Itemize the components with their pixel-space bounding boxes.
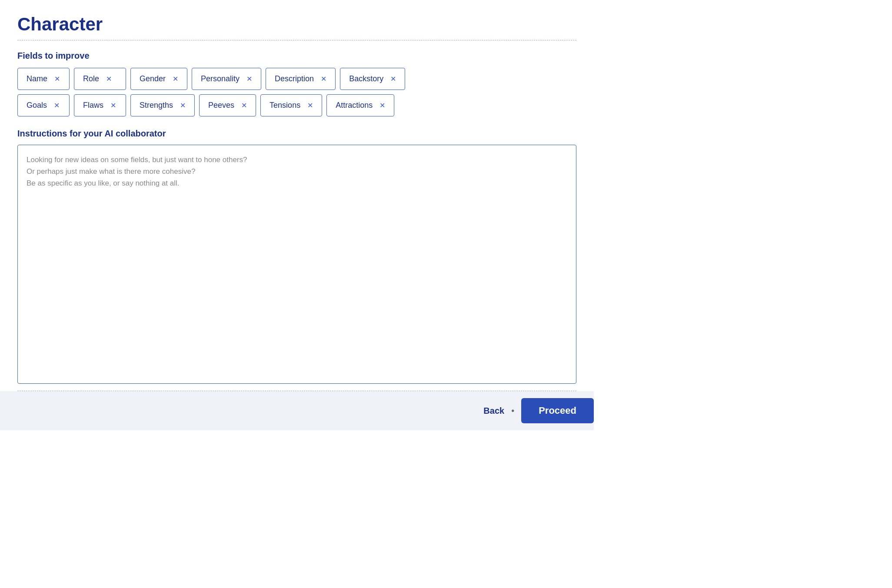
field-chip-backstory[interactable]: Backstory✕	[340, 68, 405, 90]
field-chip-label-tensions: Tensions	[270, 101, 300, 110]
field-chip-label-personality: Personality	[201, 74, 240, 83]
footer: Back • Proceed	[0, 391, 594, 430]
bottom-divider	[17, 391, 576, 391]
field-chip-remove-description[interactable]: ✕	[321, 76, 326, 83]
field-chip-goals[interactable]: Goals✕	[17, 94, 70, 116]
field-chip-attractions[interactable]: Attractions✕	[326, 94, 394, 116]
fields-grid: Name✕Role✕Gender✕Personality✕Description…	[17, 68, 576, 116]
field-chip-remove-attractions[interactable]: ✕	[379, 102, 385, 109]
fields-section-label: Fields to improve	[17, 51, 576, 61]
field-chip-name[interactable]: Name✕	[17, 68, 70, 90]
field-chip-personality[interactable]: Personality✕	[192, 68, 261, 90]
field-chip-gender[interactable]: Gender✕	[130, 68, 187, 90]
field-chip-label-backstory: Backstory	[349, 74, 383, 83]
separator: •	[511, 406, 514, 416]
back-button[interactable]: Back	[483, 406, 504, 416]
field-chip-label-goals: Goals	[27, 101, 47, 110]
field-chip-label-description: Description	[275, 74, 314, 83]
field-chip-label-peeves: Peeves	[208, 101, 234, 110]
field-chip-tensions[interactable]: Tensions✕	[260, 94, 322, 116]
field-chip-remove-goals[interactable]: ✕	[54, 102, 60, 109]
field-chip-label-name: Name	[27, 74, 47, 83]
field-chip-label-flaws: Flaws	[83, 101, 103, 110]
field-chip-remove-backstory[interactable]: ✕	[390, 76, 396, 83]
instructions-label: Instructions for your AI collaborator	[17, 129, 576, 139]
top-divider	[17, 40, 576, 40]
field-chip-remove-peeves[interactable]: ✕	[241, 102, 247, 109]
field-chip-remove-gender[interactable]: ✕	[173, 76, 178, 83]
fields-row-2: Goals✕Flaws✕Strengths✕Peeves✕Tensions✕At…	[17, 94, 576, 116]
instructions-textarea[interactable]	[17, 145, 576, 384]
fields-row-1: Name✕Role✕Gender✕Personality✕Description…	[17, 68, 576, 90]
field-chip-remove-strengths[interactable]: ✕	[180, 102, 186, 109]
field-chip-label-strengths: Strengths	[140, 101, 173, 110]
field-chip-label-role: Role	[83, 74, 99, 83]
field-chip-peeves[interactable]: Peeves✕	[199, 94, 256, 116]
field-chip-label-attractions: Attractions	[336, 101, 373, 110]
field-chip-remove-role[interactable]: ✕	[106, 76, 112, 83]
field-chip-remove-name[interactable]: ✕	[54, 76, 60, 83]
field-chip-strengths[interactable]: Strengths✕	[130, 94, 195, 116]
field-chip-remove-flaws[interactable]: ✕	[110, 102, 116, 109]
field-chip-role[interactable]: Role✕	[74, 68, 126, 90]
field-chip-flaws[interactable]: Flaws✕	[74, 94, 126, 116]
instructions-wrapper	[17, 145, 576, 384]
page-title: Character	[17, 14, 576, 35]
field-chip-remove-tensions[interactable]: ✕	[307, 102, 313, 109]
field-chip-label-gender: Gender	[140, 74, 166, 83]
field-chip-description[interactable]: Description✕	[266, 68, 336, 90]
field-chip-remove-personality[interactable]: ✕	[246, 76, 252, 83]
proceed-button[interactable]: Proceed	[521, 398, 594, 423]
